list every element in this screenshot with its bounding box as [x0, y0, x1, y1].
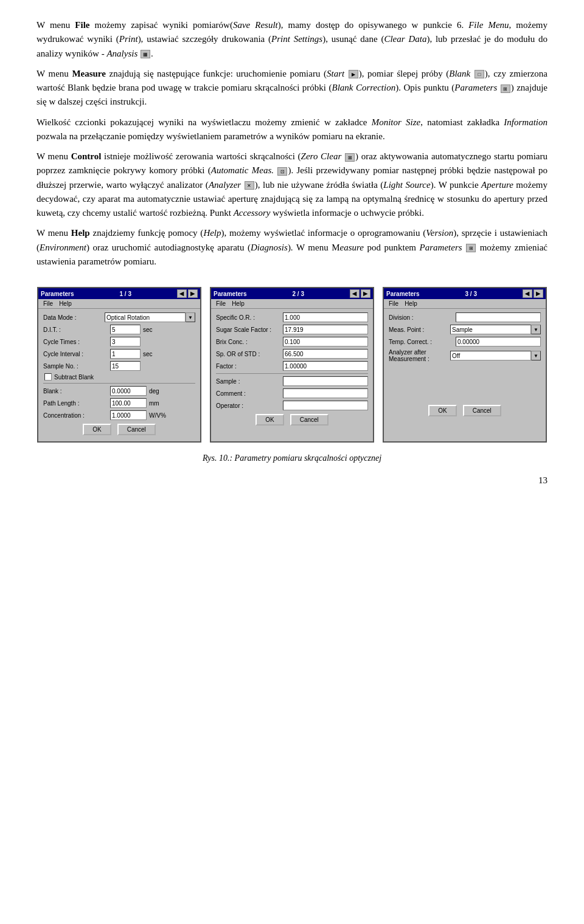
- menubar-1: File Help: [38, 299, 200, 309]
- paragraph-5: W menu Help znajdziemy funkcję pomocy (H…: [36, 226, 548, 269]
- unit-pathlength: mm: [149, 400, 166, 407]
- value-cycletimes[interactable]: [110, 337, 141, 346]
- value-sporstd[interactable]: [283, 349, 368, 359]
- bold-control: Control: [71, 151, 102, 161]
- value-sugarscale[interactable]: [283, 325, 368, 334]
- footer-1: OK Cancel: [43, 424, 195, 438]
- dropdown-btn-analyzeraftermeas[interactable]: ▼: [531, 351, 541, 360]
- bold-measure: Measure: [72, 69, 106, 78]
- input-datamode[interactable]: ▼: [105, 312, 195, 322]
- input-analyzeraftermeas[interactable]: ▼: [450, 351, 541, 360]
- paragraph-3: Wielkość czcionki pokazującej wyniki na …: [36, 116, 548, 144]
- value-factor[interactable]: [283, 361, 368, 371]
- value-tempcorrect[interactable]: [456, 337, 541, 346]
- prev-btn-3[interactable]: ◀: [523, 289, 532, 298]
- italic-measure2: easure: [340, 243, 364, 252]
- menu-file-3[interactable]: File: [386, 300, 401, 307]
- italic-analyzer: Analyzer: [209, 180, 241, 190]
- value-division[interactable]: [456, 312, 541, 322]
- titlebar-2: Parameters 2 / 3 ◀ ▶: [211, 288, 373, 299]
- checkbox-input-subtractblank[interactable]: [44, 373, 52, 381]
- menu-help-1[interactable]: Help: [57, 300, 74, 307]
- next-btn-2[interactable]: ▶: [361, 289, 370, 298]
- analyzer-icon: ✕: [245, 181, 254, 190]
- value-sampleno[interactable]: [110, 361, 141, 371]
- italic-version: Version: [426, 228, 453, 238]
- value-cycleinterval[interactable]: [110, 349, 141, 359]
- ok-btn-3[interactable]: OK: [428, 405, 456, 416]
- label-sugarscale: Sugar Scale Factor :: [216, 326, 283, 333]
- label-pathlength: Path Length :: [43, 400, 110, 407]
- field-factor: Factor :: [216, 361, 368, 371]
- page-indicator-2: 2 / 3: [293, 291, 304, 297]
- value-analyzeraftermeas[interactable]: [450, 351, 531, 360]
- label-datamode: Data Mode :: [43, 314, 105, 321]
- value-concentration[interactable]: [110, 410, 147, 420]
- cancel-btn-3[interactable]: Cancel: [463, 405, 501, 416]
- paragraph-4: W menu Control istnieje możliwość zerowa…: [36, 150, 548, 220]
- next-btn-1[interactable]: ▶: [188, 289, 198, 298]
- titlebar-3: Parameters 3 / 3 ◀ ▶: [384, 288, 546, 299]
- field-specificor: Specific O.R. :: [216, 312, 368, 322]
- italic-printsettings: Print Settings: [271, 34, 322, 44]
- italic-save: Save Result: [233, 20, 278, 30]
- label-cycleinterval: Cycle Interval :: [43, 351, 110, 357]
- param-window-3: Parameters 3 / 3 ◀ ▶ File Help Division …: [383, 287, 547, 443]
- menu-help-3[interactable]: Help: [402, 300, 420, 307]
- dropdown-btn-datamode[interactable]: ▼: [186, 312, 195, 322]
- label-sample: Sample :: [216, 378, 283, 385]
- field-tempcorrect: Temp. Correct. :: [389, 337, 541, 346]
- cancel-btn-1[interactable]: Cancel: [117, 424, 156, 435]
- value-sample[interactable]: [283, 376, 368, 386]
- titlebar-1: Parameters 1 / 3 ◀ ▶: [38, 288, 200, 299]
- menu-help-2[interactable]: Help: [229, 300, 247, 307]
- italic-filemenu: File Menu: [468, 20, 509, 30]
- field-division: Division :: [389, 312, 541, 322]
- field-comment: Comment :: [216, 388, 368, 398]
- bold-file: File: [75, 20, 89, 30]
- cancel-btn-2[interactable]: Cancel: [290, 414, 328, 426]
- parameters-icon: ⊞: [501, 84, 510, 93]
- dropdown-btn-measpoint[interactable]: ▼: [531, 325, 541, 334]
- screenshots-row: Parameters 1 / 3 ◀ ▶ File Help Data Mode…: [36, 287, 548, 443]
- label-measpoint: Meas. Point :: [389, 326, 450, 333]
- field-sampleno: Sample No. :: [43, 361, 195, 371]
- italic-blank: Blank: [449, 69, 470, 78]
- label-operator: Operator :: [216, 402, 283, 409]
- italic-accessory: Accessory: [234, 208, 271, 218]
- bold-help: Help: [71, 228, 90, 238]
- input-measpoint[interactable]: ▼: [450, 325, 541, 334]
- value-pathlength[interactable]: [110, 398, 147, 408]
- field-brixconc: Brix Conc. :: [216, 337, 368, 346]
- menu-file-1[interactable]: File: [41, 300, 55, 307]
- param-window-2: Parameters 2 / 3 ◀ ▶ File Help Specific …: [210, 287, 374, 443]
- ok-btn-2[interactable]: OK: [255, 414, 283, 426]
- italic-help: Help: [203, 228, 221, 238]
- label-brixconc: Brix Conc. :: [216, 339, 283, 345]
- checkbox-label-subtractblank: Subtract Blank: [54, 374, 94, 381]
- spacer-3: [389, 365, 541, 401]
- value-specificor[interactable]: [283, 312, 368, 322]
- menu-file-2[interactable]: File: [214, 300, 228, 307]
- ok-btn-1[interactable]: OK: [83, 424, 111, 435]
- next-btn-3[interactable]: ▶: [534, 289, 543, 298]
- label-comment: Comment :: [216, 390, 283, 397]
- value-blank[interactable]: [110, 386, 147, 396]
- value-brixconc[interactable]: [283, 337, 368, 346]
- italic-start: Start: [327, 69, 344, 78]
- field-dit: D.I.T. : sec: [43, 325, 195, 334]
- main-content: W menu File możemy zapisać wyniki pomiar…: [36, 18, 548, 269]
- value-operator[interactable]: [283, 401, 368, 410]
- divider-1: [43, 383, 195, 384]
- prev-btn-1[interactable]: ◀: [177, 289, 187, 298]
- prev-btn-2[interactable]: ◀: [350, 289, 360, 298]
- field-sporstd: Sp. OR of STD :: [216, 349, 368, 359]
- value-comment[interactable]: [283, 388, 368, 398]
- value-measpoint[interactable]: [450, 325, 531, 334]
- field-measpoint: Meas. Point : ▼: [389, 325, 541, 334]
- field-blank: Blank : deg: [43, 386, 195, 396]
- field-operator: Operator :: [216, 401, 368, 410]
- title-3: Parameters: [386, 291, 419, 297]
- value-datamode[interactable]: [105, 312, 186, 322]
- value-dit[interactable]: [110, 325, 141, 334]
